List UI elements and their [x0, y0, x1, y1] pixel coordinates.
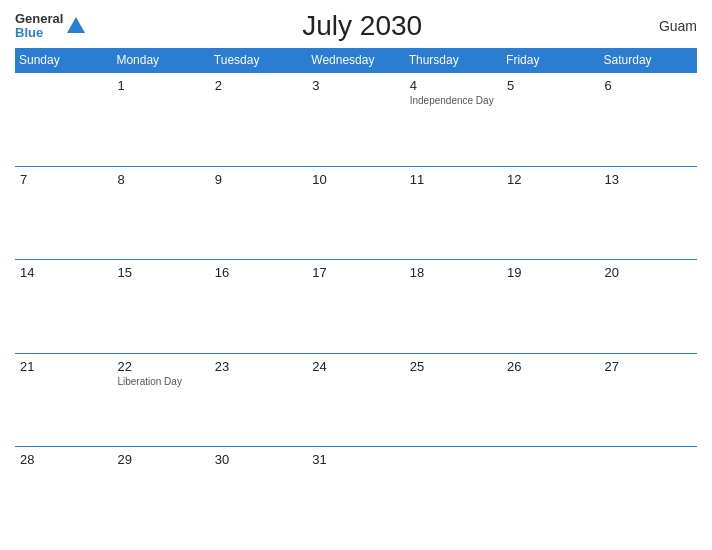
- day-number: 2: [215, 78, 302, 93]
- event-label: Independence Day: [410, 95, 497, 106]
- calendar-cell: 15: [112, 260, 209, 354]
- column-header-saturday: Saturday: [600, 48, 697, 73]
- day-number: 21: [20, 359, 107, 374]
- calendar-week-row: 2122Liberation Day2324252627: [15, 353, 697, 447]
- day-number: 10: [312, 172, 399, 187]
- svg-marker-0: [67, 17, 85, 33]
- day-number: 9: [215, 172, 302, 187]
- event-label: Liberation Day: [117, 376, 204, 387]
- calendar-cell: 9: [210, 166, 307, 260]
- calendar-cell: 3: [307, 73, 404, 167]
- calendar-cell: 17: [307, 260, 404, 354]
- day-number: 31: [312, 452, 399, 467]
- calendar-cell: 20: [600, 260, 697, 354]
- calendar-cell: 8: [112, 166, 209, 260]
- column-header-monday: Monday: [112, 48, 209, 73]
- calendar-week-row: 78910111213: [15, 166, 697, 260]
- calendar-cell: 5: [502, 73, 599, 167]
- column-header-friday: Friday: [502, 48, 599, 73]
- calendar-cell: 13: [600, 166, 697, 260]
- logo: General Blue: [15, 12, 87, 41]
- day-number: 8: [117, 172, 204, 187]
- column-header-sunday: Sunday: [15, 48, 112, 73]
- day-number: 18: [410, 265, 497, 280]
- calendar-cell: [502, 447, 599, 541]
- day-number: 24: [312, 359, 399, 374]
- calendar-cell: [600, 447, 697, 541]
- calendar-cell: 28: [15, 447, 112, 541]
- calendar-header-row: SundayMondayTuesdayWednesdayThursdayFrid…: [15, 48, 697, 73]
- calendar-cell: 14: [15, 260, 112, 354]
- day-number: 13: [605, 172, 692, 187]
- calendar-week-row: 28293031: [15, 447, 697, 541]
- day-number: 11: [410, 172, 497, 187]
- column-header-thursday: Thursday: [405, 48, 502, 73]
- calendar-cell: 31: [307, 447, 404, 541]
- day-number: 27: [605, 359, 692, 374]
- day-number: 17: [312, 265, 399, 280]
- day-number: 19: [507, 265, 594, 280]
- day-number: 15: [117, 265, 204, 280]
- calendar-cell: 23: [210, 353, 307, 447]
- day-number: 4: [410, 78, 497, 93]
- day-number: 23: [215, 359, 302, 374]
- day-number: 3: [312, 78, 399, 93]
- day-number: 22: [117, 359, 204, 374]
- day-number: 16: [215, 265, 302, 280]
- calendar-cell: 1: [112, 73, 209, 167]
- logo-blue-text: Blue: [15, 26, 63, 40]
- region-label: Guam: [637, 18, 697, 34]
- calendar-week-row: 1234Independence Day56: [15, 73, 697, 167]
- day-number: 5: [507, 78, 594, 93]
- column-header-tuesday: Tuesday: [210, 48, 307, 73]
- calendar-cell: 25: [405, 353, 502, 447]
- calendar-cell: 18: [405, 260, 502, 354]
- calendar-week-row: 14151617181920: [15, 260, 697, 354]
- calendar-cell: 19: [502, 260, 599, 354]
- day-number: 1: [117, 78, 204, 93]
- calendar-cell: 4Independence Day: [405, 73, 502, 167]
- calendar-cell: 24: [307, 353, 404, 447]
- calendar-cell: 22Liberation Day: [112, 353, 209, 447]
- day-number: 29: [117, 452, 204, 467]
- calendar-cell: 30: [210, 447, 307, 541]
- day-number: 7: [20, 172, 107, 187]
- calendar-title: July 2030: [87, 10, 637, 42]
- day-number: 28: [20, 452, 107, 467]
- day-number: 30: [215, 452, 302, 467]
- calendar-cell: [15, 73, 112, 167]
- logo-icon: [65, 15, 87, 37]
- logo-general-text: General: [15, 12, 63, 26]
- day-number: 6: [605, 78, 692, 93]
- day-number: 12: [507, 172, 594, 187]
- calendar-cell: 10: [307, 166, 404, 260]
- calendar-cell: 7: [15, 166, 112, 260]
- calendar-cell: 2: [210, 73, 307, 167]
- calendar-cell: 16: [210, 260, 307, 354]
- day-number: 20: [605, 265, 692, 280]
- day-number: 26: [507, 359, 594, 374]
- day-number: 25: [410, 359, 497, 374]
- calendar-cell: 21: [15, 353, 112, 447]
- calendar-cell: 12: [502, 166, 599, 260]
- calendar-cell: 26: [502, 353, 599, 447]
- day-number: 14: [20, 265, 107, 280]
- calendar-cell: 29: [112, 447, 209, 541]
- calendar-cell: 27: [600, 353, 697, 447]
- page-header: General Blue July 2030 Guam: [15, 10, 697, 42]
- calendar-cell: [405, 447, 502, 541]
- column-header-wednesday: Wednesday: [307, 48, 404, 73]
- calendar-cell: 11: [405, 166, 502, 260]
- calendar-table: SundayMondayTuesdayWednesdayThursdayFrid…: [15, 48, 697, 540]
- calendar-cell: 6: [600, 73, 697, 167]
